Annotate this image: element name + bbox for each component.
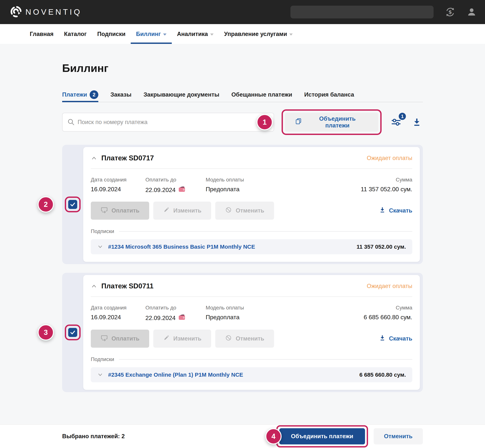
annotation-highlight-checkbox-2 (65, 325, 81, 340)
currency-exchange-icon[interactable]: $ (445, 7, 455, 17)
created-date-value: 16.09.2024 (91, 186, 145, 193)
selected-payments-count: Выбрано платежей: 2 (62, 433, 125, 440)
created-date-label: Дата создания (91, 177, 145, 183)
created-date-label: Дата создания (91, 305, 145, 311)
sum-label: Сумма (361, 177, 412, 183)
pencil-icon (163, 335, 170, 343)
payments-toolbar: 1 Объединить платежи (62, 109, 423, 135)
payment-row-sd0717: 2 Платеж SD0717 Ожидает оплаты (62, 145, 423, 264)
pay-card-icon (101, 206, 108, 215)
payment-row-sd0711: 3 Платеж SD0711 Ожидает оплаты (62, 273, 423, 392)
ban-icon (225, 207, 232, 215)
merge-payments-button[interactable]: Объединить платежи (285, 113, 378, 132)
expand-chevron-down-icon[interactable] (97, 372, 103, 377)
created-date-value: 16.09.2024 (91, 314, 145, 321)
divider (119, 231, 412, 232)
tab-balance-history[interactable]: История баланса (304, 89, 354, 102)
divider (91, 168, 412, 169)
annotation-highlight-merge-bottom: Объединить платежи (276, 425, 368, 448)
chevron-down-icon (163, 33, 166, 36)
subscription-row: #1234 Microsoft 365 Business Basic P1M M… (91, 239, 412, 254)
svg-text:$: $ (448, 9, 452, 15)
annotation-highlight-checkbox-1 (65, 197, 81, 212)
pay-button[interactable]: Оплатить (91, 202, 149, 220)
nav-item-service-management[interactable]: Управление услугами (219, 24, 298, 44)
brand-name: NOVENTIQ (25, 8, 82, 16)
tab-promised-payments[interactable]: Обещанные платежи (231, 89, 292, 102)
pencil-icon (163, 207, 170, 215)
download-icon (379, 206, 386, 215)
cancel-payment-button[interactable]: Отменить (215, 202, 274, 220)
annotation-step-1: 1 (256, 114, 273, 130)
collapse-chevron-up-icon[interactable] (91, 155, 97, 161)
edit-button[interactable]: Изменить (153, 330, 211, 348)
payments-count-badge: 2 (90, 90, 98, 99)
billing-tabs: Платежи 2 Заказы Закрывающие документы О… (62, 89, 423, 102)
chevron-down-icon (289, 33, 293, 36)
payment-model-value: Предоплата (206, 314, 364, 321)
tab-orders[interactable]: Заказы (110, 89, 132, 102)
subscription-link[interactable]: #2345 Exchange Online (Plan 1) P1M Month… (108, 372, 243, 378)
pay-button[interactable]: Оплатить (91, 330, 149, 348)
download-icon (379, 334, 386, 343)
subscription-link[interactable]: #1234 Microsoft 365 Business Basic P1M M… (108, 244, 255, 250)
divider (91, 296, 412, 297)
payment-status-badge: Ожидает оплаты (367, 283, 412, 289)
search-icon (67, 118, 76, 128)
subscription-amount: 6 685 660.80 сум. (359, 372, 406, 378)
download-invoice-link[interactable]: Скачать (379, 334, 412, 343)
annotation-step-3: 3 (38, 324, 54, 341)
due-date-value: 22.09.2024 (145, 314, 206, 322)
payment-model-label: Модель оплаты (206, 305, 364, 311)
tab-closing-documents[interactable]: Закрывающие документы (144, 89, 219, 102)
ban-icon (225, 335, 232, 343)
sum-value: 11 357 052.00 сум. (361, 186, 412, 193)
tab-payments[interactable]: Платежи 2 (62, 89, 98, 102)
payment-checkbox[interactable] (68, 328, 77, 337)
payment-status-badge: Ожидает оплаты (367, 155, 412, 161)
subscriptions-label: Подписки (91, 228, 114, 234)
nav-item-subscriptions[interactable]: Подписки (92, 24, 131, 44)
filters-count-badge: 1 (398, 112, 407, 121)
payment-title: Платеж SD0717 (101, 154, 154, 162)
due-date-label: Оплатить до (145, 177, 206, 183)
payment-model-label: Модель оплаты (206, 177, 361, 183)
payment-card: Платеж SD0717 Ожидает оплаты Дата создан… (83, 147, 420, 262)
payment-card: Платеж SD0711 Ожидает оплаты Дата создан… (83, 275, 420, 390)
nav-item-home[interactable]: Главная (25, 24, 59, 44)
collapse-chevron-up-icon[interactable] (91, 283, 97, 289)
pay-card-icon (101, 334, 108, 343)
payment-model-value: Предоплата (206, 186, 361, 193)
chevron-down-icon (210, 33, 214, 36)
brand-logo[interactable]: NOVENTIQ (10, 6, 82, 18)
page-title: Биллинг (62, 62, 485, 74)
nav-item-analytics[interactable]: Аналитика (172, 24, 219, 44)
cancel-payment-button[interactable]: Отменить (215, 330, 274, 348)
divider (119, 359, 412, 360)
sum-value: 6 685 660.80 сум. (364, 314, 412, 321)
wallet-icon (178, 314, 186, 322)
noventiq-logo-icon (10, 6, 22, 18)
download-invoice-link[interactable]: Скачать (379, 206, 412, 215)
annotation-step-4: 4 (265, 428, 282, 444)
global-search-input[interactable] (290, 6, 434, 18)
merge-payments-confirm-button[interactable]: Объединить платежи (279, 428, 365, 444)
subscription-amount: 11 357 052.00 сум. (357, 244, 406, 250)
selection-action-bar: Выбрано платежей: 2 4 Объединить платежи… (0, 424, 485, 448)
top-app-bar: NOVENTIQ $ (0, 0, 485, 24)
nav-item-catalog[interactable]: Каталог (59, 24, 92, 44)
payment-checkbox[interactable] (68, 200, 77, 209)
download-list-button[interactable] (411, 116, 423, 128)
expand-chevron-down-icon[interactable] (97, 244, 103, 249)
edit-button[interactable]: Изменить (153, 202, 211, 220)
subscriptions-label: Подписки (91, 356, 114, 362)
cancel-selection-button[interactable]: Отменить (374, 428, 423, 444)
nav-item-billing[interactable]: Биллинг (131, 24, 172, 44)
payment-search-input[interactable] (62, 113, 274, 132)
wallet-icon (178, 186, 186, 194)
user-profile-icon[interactable] (467, 7, 477, 17)
merge-copy-icon (295, 118, 302, 127)
annotation-step-2: 2 (38, 196, 54, 213)
filters-button[interactable]: 1 (390, 116, 402, 128)
sum-label: Сумма (364, 305, 412, 311)
